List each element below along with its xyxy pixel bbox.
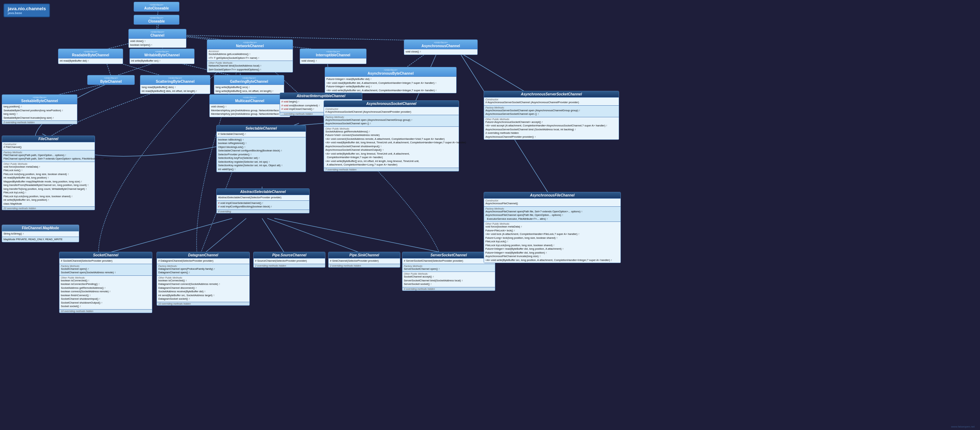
AsynchronousFileChannel-box: AsynchronousFileChannel Constructor: Asy… — [484, 192, 621, 263]
AsynchronousFileChannel-factory: Factory Methods: AsynchronousFileChannel… — [484, 206, 620, 222]
MulticastChannel-box: «interface» MulticastChannel void close(… — [209, 94, 290, 117]
WritableByteChannel-members: int write(ByteBuffer src) ↑ — [130, 58, 194, 64]
WritableByteChannel-header: «interface» WritableByteChannel — [130, 49, 194, 58]
SelectableChannel-header: SelectableChannel — [217, 125, 305, 131]
SeekableByteChannel-footer: 2 overriding methods hidden — [2, 120, 77, 124]
Channel-members: void close() ↑ boolean isOpen() ↑ — [129, 38, 186, 48]
ServerSocketChannel-other: Other Public Methods: SocketChannel acce… — [402, 272, 495, 287]
Pipe-SourceChannel-constructor: # SourceChannel(SelectorProvider provide… — [254, 258, 325, 264]
AsynchronousServerSocketChannel-other: Other Public Methods: Future<Asynchronou… — [484, 117, 619, 140]
SocketChannel-box: SocketChannel # SocketChannel(SelectorPr… — [59, 252, 152, 313]
ReadableByteChannel-box: «interface» ReadableByteChannel int read… — [58, 49, 123, 64]
AsynchronousByteChannel-header: «interface» AsynchronousByteChannel — [325, 67, 456, 77]
Channel-header: «interface» Channel — [129, 29, 186, 38]
package-subtitle: java.base — [8, 11, 46, 15]
Pipe-SourceChannel-box: Pipe.SourceChannel # SourceChannel(Selec… — [253, 252, 325, 268]
FileChannel-MapMode-static: MapMode PRIVATE, READ_ONLY, READ_WRITE — [2, 237, 79, 242]
AbstractInterruptibleChannel-header: AbstractInterruptibleChannel — [280, 93, 362, 99]
svg-line-20 — [274, 218, 447, 254]
SocketChannel-other: Other Public Methods: boolean isConnecte… — [59, 275, 152, 309]
NetworkChannel-header: «interface» NetworkChannel — [207, 40, 293, 49]
NetworkChannel-box: «interface» NetworkChannel Accessor: Soc… — [207, 40, 293, 72]
FileChannel-constructor: Constructor: # FileChannel() — [2, 142, 95, 150]
SelectableChannel-constructor: # SelectableChannel() ↑ — [217, 131, 305, 137]
AsynchronousSocketChannel-box: AsynchronousSocketChannel Constructor: #… — [324, 101, 459, 171]
svg-line-18 — [262, 218, 285, 254]
MulticastChannel-members: void close() ↑ MembershipKey join(InetAd… — [210, 104, 290, 117]
SeekableByteChannel-box: «interface» SeekableByteChannel long pos… — [2, 94, 77, 124]
SeekableByteChannel-members: long position() ↑ SeekableByteChannel po… — [2, 104, 77, 120]
InterruptibleChannel-box: «interface» InterruptibleChannel void cl… — [300, 49, 366, 64]
AsynchronousChannel-members: void close() ↑ — [404, 49, 477, 54]
AutoCloseable-box: «interface» AutoCloseable — [134, 2, 180, 12]
Pipe-SinkChannel-footer: 2 overriding methods hidden — [329, 264, 400, 267]
AbstractSelectableChannel-constructor: AbstractSelectableChannel(SelectorProvid… — [217, 195, 309, 200]
ServerSocketChannel-header: ServerSocketChannel — [402, 252, 495, 258]
AsynchronousServerSocketChannel-header: AsynchronousServerSocketChannel — [484, 91, 619, 97]
SelectableChannel-box: SelectableChannel # SelectableChannel() … — [216, 125, 306, 172]
GatheringByteChannel-header: «interface» GatheringByteChannel — [214, 75, 284, 85]
SocketChannel-footer: 10 overriding methods hidden — [59, 309, 152, 313]
Pipe-SinkChannel-header: Pipe.SinkChannel — [329, 252, 400, 258]
ServerSocketChannel-footer: 4 overriding methods hidden — [402, 287, 495, 291]
SocketChannel-factory: Factory Methods: SocketChannel open() ↑ … — [59, 264, 152, 275]
svg-line-11 — [56, 85, 102, 95]
Closeable-box: «interface» Closeable — [134, 15, 180, 25]
FileChannel-MapMode-members: String toString() ↑ — [2, 231, 79, 237]
DatagramChannel-header: DatagramChannel — [157, 252, 250, 258]
DatagramChannel-footer: 10 overriding methods hidden — [157, 302, 250, 305]
GatheringByteChannel-members: long write(ByteBuffer[] srcs) ↑ long wri… — [214, 85, 284, 94]
AsynchronousFileChannel-header: AsynchronousFileChannel — [484, 192, 620, 198]
AsynchronousChannel-box: «interface» AsynchronousChannel void clo… — [404, 40, 478, 55]
FileChannel-box: FileChannel Constructor: # FileChannel()… — [2, 136, 95, 210]
ReadableByteChannel-members: int read(ByteBuffer dst) ↑ — [58, 58, 123, 64]
AsynchronousSocketChannel-footer: 7 overriding methods hidden — [324, 168, 459, 171]
AsynchronousSocketChannel-other: Other Public Methods: SocketAddress getR… — [324, 126, 459, 168]
MulticastChannel-header: «interface» MulticastChannel — [210, 95, 290, 104]
AsynchronousChannel-header: «interface» AsynchronousChannel — [404, 40, 477, 49]
svg-line-17 — [204, 218, 246, 254]
InterruptibleChannel-members: void close() ↑ — [300, 58, 366, 64]
SelectableChannel-members: boolean isBlocking() ↑ boolean isRegiste… — [217, 137, 305, 172]
AsynchronousServerSocketChannel-box: AsynchronousServerSocketChannel Construc… — [484, 91, 619, 140]
diagram-container: java.nio.channels java.base «interface» … — [0, 0, 980, 430]
FileChannel-MapMode-box: FileChannel.MapMode String toString() ↑ … — [2, 225, 79, 242]
ServerSocketChannel-constructor: # ServerSocketChannel(SelectorProvider p… — [402, 258, 495, 264]
AsynchronousSocketChannel-header: AsynchronousSocketChannel — [324, 101, 459, 107]
DatagramChannel-constructor: # DatagramChannel(SelectorProvider provi… — [157, 258, 250, 264]
AsynchronousFileChannel-other: Other Public Methods: void force(boolean… — [484, 222, 620, 263]
DatagramChannel-box: DatagramChannel # DatagramChannel(Select… — [156, 252, 250, 306]
AbstractSelectableChannel-box: AbstractSelectableChannel AbstractSelect… — [216, 189, 310, 213]
ScatteringByteChannel-box: «interface» ScatteringByteChannel long r… — [140, 75, 210, 94]
GatheringByteChannel-box: «interface» GatheringByteChannel long wr… — [214, 75, 284, 94]
svg-line-19 — [267, 218, 362, 254]
FileChannel-footer: 22 overriding methods hidden — [2, 206, 95, 210]
AsynchronousByteChannel-members: Future<Integer> read(ByteBuffer dst) ↑ <… — [325, 77, 456, 93]
Pipe-SinkChannel-constructor: # SinkChannel(SelectorProvider provider) — [329, 258, 400, 264]
FileChannel-MapMode-header: FileChannel.MapMode — [2, 225, 79, 231]
Pipe-SinkChannel-box: Pipe.SinkChannel # SinkChannel(SelectorP… — [328, 252, 400, 268]
FileChannel-header: FileChannel — [2, 136, 95, 142]
AbstractSelectableChannel-footer: 8 overriding — [217, 209, 309, 213]
ScatteringByteChannel-members: long read(ByteBuffer[] dsts) ↑ int read(… — [140, 85, 210, 94]
NetworkChannel-accessor: Accessor: SocketAddress getLocalAddress(… — [207, 49, 293, 61]
NetworkChannel-other: Other Public Methods: NetworkChannel bin… — [207, 61, 293, 72]
FileChannel-factory: Factory Methods: FileChannel open(Path p… — [2, 150, 95, 161]
Pipe-SourceChannel-footer: 2 overriding methods hidden — [254, 264, 325, 267]
svg-line-23 — [457, 51, 528, 93]
InterruptibleChannel-header: «interface» InterruptibleChannel — [300, 49, 366, 58]
watermark: www.falseopen.net — [951, 425, 975, 428]
AsynchronousFileChannel-constructor: Constructor: AsynchronousFileChannel() — [484, 198, 620, 206]
SeekableByteChannel-header: «interface» SeekableByteChannel — [2, 95, 77, 104]
package-name: java.nio.channels — [8, 6, 46, 11]
AsynchronousSocketChannel-factory: Factory Methods: AsynchronousSocketChann… — [324, 115, 459, 126]
ByteChannel-box: «interface» ByteChannel — [87, 75, 135, 85]
AbstractSelectableChannel-members: # void implCloseSelectableChannel() ↑ # … — [217, 200, 309, 209]
Channel-box: «interface» Channel void close() ↑ boole… — [128, 29, 186, 48]
Pipe-SourceChannel-header: Pipe.SourceChannel — [254, 252, 325, 258]
DatagramChannel-factory: Factory Methods: DatagramChannel open(Pr… — [157, 264, 250, 275]
ServerSocketChannel-factory: Factory Methods: ServerSocketChannel ope… — [402, 264, 495, 272]
AsynchronousSocketChannel-constructor: Constructor: # AsynchronousSocketChannel… — [324, 107, 459, 115]
AutoCloseable-header: «interface» AutoCloseable — [134, 2, 179, 11]
ServerSocketChannel-box: ServerSocketChannel # ServerSocketChanne… — [402, 252, 495, 291]
